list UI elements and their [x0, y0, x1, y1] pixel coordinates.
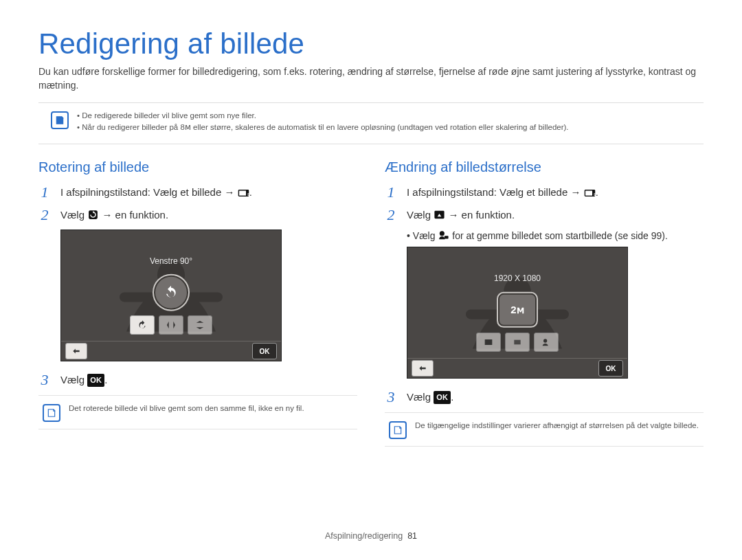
back-button[interactable]: [65, 343, 87, 359]
note-icon: [389, 421, 407, 439]
resize-preview-screen: 1920 X 1080 2ᴍ OK: [407, 247, 628, 379]
divider: [385, 446, 704, 447]
flip-vertical-button[interactable]: [188, 315, 212, 335]
rotate-left-button[interactable]: [153, 274, 190, 311]
step-1-right: I afspilningstilstand: Vælg et billede →…: [407, 185, 598, 201]
resize-icon: [434, 209, 445, 219]
size-option-button[interactable]: [505, 333, 530, 352]
back-button[interactable]: [412, 360, 434, 377]
divider: [385, 412, 704, 413]
step-number: 3: [385, 390, 397, 405]
svg-rect-17: [514, 340, 520, 345]
right-note-text: De tilgængelige indstillinger varierer a…: [415, 420, 699, 432]
top-note-box: De redigerede billeder vil blive gemt so…: [51, 110, 704, 135]
ok-badge-icon: OK: [434, 391, 451, 404]
step-1-left: I afspilningstilstand: Vælg et billede →…: [60, 185, 252, 201]
ok-badge-icon: OK: [87, 374, 104, 387]
left-note-text: Det roterede billede vil blive gemt som …: [69, 403, 304, 415]
step-2-right: Vælg → en funktion.: [407, 208, 515, 223]
svg-rect-1: [239, 191, 246, 196]
step-number: 1: [38, 185, 51, 201]
step-3-right: Vælg OK.: [407, 390, 453, 405]
svg-rect-6: [185, 293, 223, 302]
divider: [38, 429, 357, 429]
section-rotating: Rotering af billede: [38, 159, 357, 175]
note-icon: [43, 404, 60, 422]
svg-text:E: E: [247, 192, 249, 197]
svg-rect-16: [485, 339, 493, 345]
step-number: 3: [38, 372, 51, 388]
edit-menu-icon: E: [238, 187, 249, 197]
divider: [38, 144, 704, 144]
start-image-icon: [438, 229, 449, 240]
left-note-box: Det roterede billede vil blive gemt som …: [43, 403, 357, 422]
start-image-option-button[interactable]: [534, 333, 559, 352]
flip-horizontal-button[interactable]: [159, 315, 183, 335]
ok-button[interactable]: OK: [252, 343, 277, 359]
svg-point-11: [440, 231, 445, 236]
top-note-item: De redigerede billeder vil blive gemt so…: [77, 110, 569, 122]
step-2-left: Vælg → en funktion.: [60, 208, 168, 223]
svg-point-18: [543, 339, 547, 343]
svg-rect-8: [585, 191, 592, 196]
svg-rect-5: [120, 293, 157, 302]
ok-button[interactable]: OK: [598, 360, 623, 377]
resize-label: 1920 X 1080: [494, 273, 541, 283]
step-2-bullet: Vælg for at gemme billedet som startbill…: [407, 229, 704, 241]
rotate-label: Venstre 90°: [150, 256, 192, 266]
note-icon: [51, 111, 69, 129]
divider: [38, 395, 357, 396]
step-number: 1: [385, 185, 397, 201]
step-number: 2: [385, 208, 397, 223]
page-footer: Afspilning/redigering 81: [0, 531, 742, 541]
size-option-button[interactable]: [476, 333, 501, 352]
step-number: 2: [38, 208, 51, 223]
svg-rect-12: [445, 236, 449, 238]
step-3-left: Vælg OK.: [60, 372, 107, 388]
svg-text:E: E: [594, 192, 596, 197]
top-note-item: Når du redigerer billeder på 8ᴍ eller st…: [77, 122, 569, 134]
right-note-box: De tilgængelige indstillinger varierer a…: [389, 420, 704, 439]
edit-menu-icon: E: [584, 187, 596, 197]
rotate-right-button[interactable]: [130, 315, 155, 335]
page-title: Redigering af billede: [38, 27, 704, 60]
intro-paragraph: Du kan udføre forskellige former for bil…: [38, 65, 704, 93]
size-2m-button[interactable]: 2ᴍ: [497, 292, 538, 328]
rotate-preview-screen: Venstre 90° OK: [60, 229, 282, 361]
divider: [38, 102, 704, 103]
rotate-icon: [87, 209, 99, 219]
section-resize: Ændring af billedstørrelse: [385, 159, 704, 175]
